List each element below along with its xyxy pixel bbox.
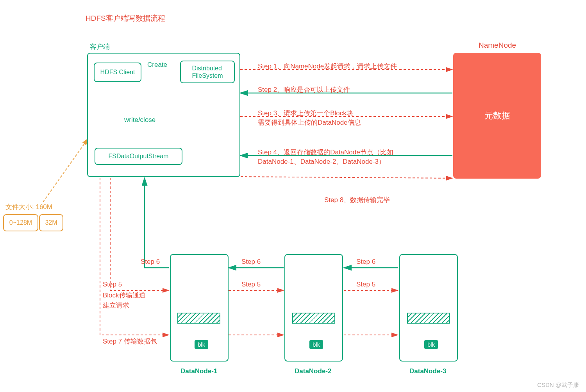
file-block-1: 0~128M [3, 214, 38, 231]
step3-line1: Step 3、请求上传第一个Block块 [258, 109, 353, 118]
step7-label: Step 7 传输数据包 [103, 337, 157, 346]
step5-12: Step 5 [241, 281, 261, 288]
distributed-fs-label: Distributed FileSystem [192, 64, 223, 79]
step3-line2: 需要得到具体上传的DataNode信息 [258, 118, 361, 127]
write-close-label: write/close [124, 116, 155, 124]
datanode-3-label: DataNode-3 [409, 367, 446, 375]
file-block-1-label: 0~128M [9, 219, 32, 226]
namenode-content: 元数据 [484, 110, 510, 122]
file-block-2: 32M [39, 214, 63, 231]
watermark: CSDN @武子康 [537, 381, 579, 389]
step2-label: Step 2、响应是否可以上传文件 [258, 85, 350, 94]
create-label: Create [147, 61, 167, 69]
blk-2: blk [309, 340, 323, 349]
namenode-box: 元数据 [453, 53, 541, 179]
datanode-2-label: DataNode-2 [295, 367, 331, 375]
file-block-2-label: 32M [45, 219, 57, 226]
blk-3: blk [424, 340, 438, 349]
step5-c: 建立请求 [103, 301, 129, 310]
step4-line1: Step 4、返回存储数据的DataNode节点（比如 [258, 148, 393, 157]
svg-line-6 [241, 177, 452, 178]
step8-label: Step 8、数据传输完毕 [324, 195, 390, 204]
step5-a: Step 5 [103, 281, 122, 288]
blk-1: blk [195, 340, 208, 349]
hdfs-client-label: HDFS Client [100, 69, 135, 76]
datanode-1-label: DataNode-1 [180, 367, 217, 375]
hdfs-client-box: HDFS Client [94, 63, 141, 82]
svg-line-7 [43, 139, 88, 202]
client-section-label: 客户端 [90, 42, 110, 51]
step5-b: Block传输通道 [103, 291, 146, 300]
distributed-fs-box: Distributed FileSystem [180, 61, 235, 83]
hatched-3 [407, 313, 450, 324]
file-size-label: 文件大小: 160M [5, 202, 52, 211]
page-title: HDFS客户端写数据流程 [86, 13, 165, 23]
hatched-2 [292, 313, 335, 324]
step1-label: Step 1、向NameNode发起请求，请求上传文件 [258, 62, 397, 71]
fs-stream-box: FSDataOutputStream [95, 148, 182, 165]
step6-top: Step 6 [141, 258, 160, 266]
namenode-title: NameNode [479, 41, 516, 50]
fs-stream-label: FSDataOutputStream [109, 153, 169, 160]
step5-23: Step 5 [356, 281, 375, 288]
step6-23: Step 6 [356, 258, 375, 266]
step4-line2: DataNode-1、DataNode-2、DataNode-3） [258, 157, 385, 166]
step6-12: Step 6 [241, 258, 261, 266]
hatched-1 [177, 313, 220, 324]
